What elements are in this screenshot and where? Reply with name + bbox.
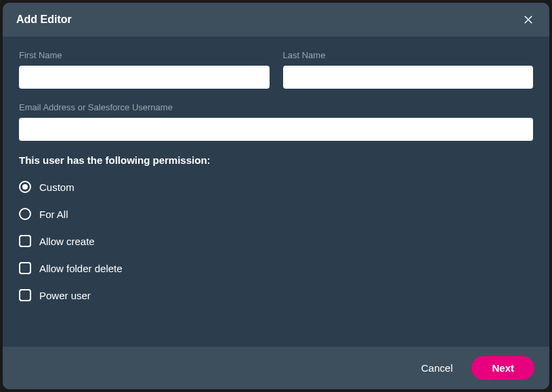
- radio-custom-label: Custom: [39, 181, 75, 193]
- first-name-label: First Name: [19, 50, 270, 60]
- add-editor-modal: Add Editor First Name Last Name Email Ad…: [3, 3, 549, 389]
- checkbox-power-user-label: Power user: [39, 290, 91, 301]
- next-button[interactable]: Next: [471, 356, 534, 380]
- cancel-button[interactable]: Cancel: [415, 358, 460, 378]
- email-row: Email Address or Salesforce Username: [19, 102, 533, 141]
- last-name-group: Last Name: [283, 50, 534, 89]
- radio-for-all[interactable]: For All: [19, 208, 533, 220]
- email-label: Email Address or Salesforce Username: [19, 102, 533, 112]
- checkbox-allow-create-label: Allow create: [39, 236, 95, 247]
- first-name-input[interactable]: [19, 66, 270, 89]
- radio-for-all-label: For All: [39, 209, 68, 220]
- first-name-group: First Name: [19, 50, 270, 89]
- last-name-input[interactable]: [283, 66, 534, 89]
- modal-body: First Name Last Name Email Address or Sa…: [3, 37, 549, 347]
- checkbox-icon: [19, 289, 31, 301]
- modal-header: Add Editor: [3, 3, 549, 37]
- name-row: First Name Last Name: [19, 50, 533, 89]
- checkbox-allow-create[interactable]: Allow create: [19, 235, 533, 247]
- last-name-label: Last Name: [283, 50, 534, 60]
- checkbox-icon: [19, 262, 31, 274]
- modal-footer: Cancel Next: [3, 347, 549, 389]
- email-input[interactable]: [19, 118, 533, 141]
- close-button[interactable]: [521, 12, 536, 27]
- checkbox-power-user[interactable]: Power user: [19, 289, 533, 301]
- permission-heading: This user has the following permission:: [19, 154, 533, 166]
- checkbox-allow-folder-delete-label: Allow folder delete: [39, 263, 123, 274]
- email-group: Email Address or Salesforce Username: [19, 102, 533, 141]
- radio-custom[interactable]: Custom: [19, 181, 533, 193]
- modal-title: Add Editor: [16, 14, 72, 26]
- close-icon: [522, 14, 534, 26]
- permission-options: Custom For All Allow create Allow folder…: [19, 181, 533, 301]
- checkbox-icon: [19, 235, 31, 247]
- radio-icon: [19, 181, 31, 193]
- checkbox-allow-folder-delete[interactable]: Allow folder delete: [19, 262, 533, 274]
- radio-icon: [19, 208, 31, 220]
